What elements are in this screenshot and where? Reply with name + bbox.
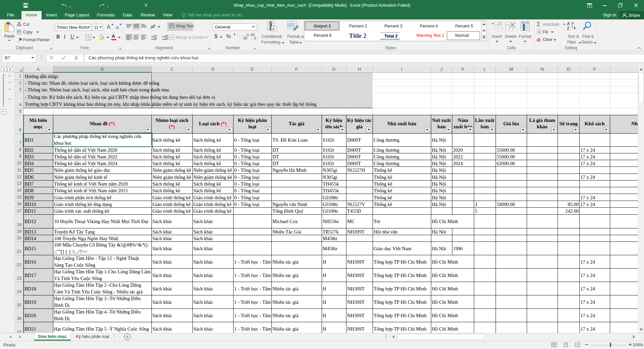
svg-text:ab: ab (150, 24, 154, 28)
svg-text:Z: Z (567, 26, 569, 30)
svg-text:A: A (567, 21, 570, 26)
svg-text:≠: ≠ (272, 27, 275, 31)
